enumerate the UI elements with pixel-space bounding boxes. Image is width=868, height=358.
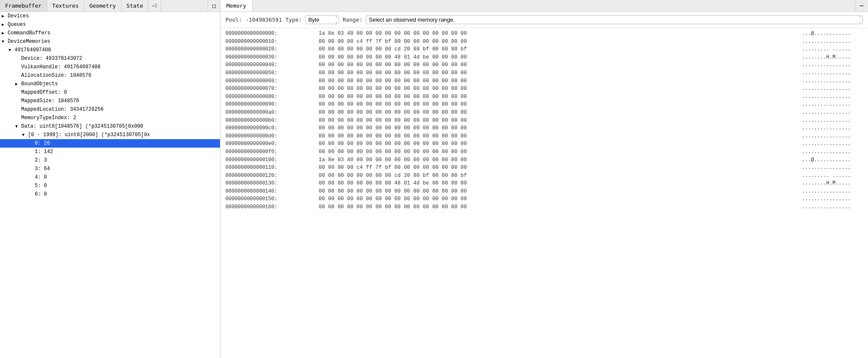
- hex-ascii: ................: [795, 77, 863, 85]
- tree-label-device: Device: 493378143072: [21, 55, 218, 62]
- tree-item-boundobjects[interactable]: ▶BoundObjects: [0, 80, 220, 88]
- tree-arrow-range0: ▼: [22, 132, 28, 138]
- hex-ascii: ................: [795, 61, 863, 69]
- tree-item-item6[interactable]: 6: 0: [0, 190, 220, 199]
- hex-ascii: ................: [795, 132, 863, 140]
- hex-row: 00000000000000d0:00 00 00 00 00 00 00 00…: [225, 132, 863, 140]
- tree-item-item1[interactable]: 1: 142: [0, 148, 220, 156]
- hex-address: 0000000000000060:: [225, 77, 319, 85]
- tree-label-item4: 4: 0: [35, 173, 218, 181]
- tree-container: ▶Devices▶Queues▶CommandBuffers▼DeviceMem…: [0, 12, 220, 358]
- tree-item-range0[interactable]: ▼[0 - 1999]: uint8[2000] (*p3245130705[0…: [0, 131, 220, 139]
- tree-label-devicememories: DeviceMemories: [8, 38, 218, 45]
- hex-ascii: ................: [795, 85, 863, 93]
- tree-label-memorytypeindex: MemoryTypeIndex: 2: [21, 114, 218, 122]
- tree-item-device[interactable]: Device: 493378143072: [0, 54, 220, 63]
- tree-item-mappedoffset[interactable]: MappedOffset: 0: [0, 88, 220, 97]
- tree-item-item0[interactable]: 0: 26: [0, 139, 220, 148]
- hex-ascii: ........H.M.....: [795, 53, 863, 62]
- tree-arrow-queues: ▶: [2, 22, 8, 28]
- hex-ascii: ................: [795, 140, 863, 148]
- hex-bytes: 00 00 00 00 00 00 00 00 00 00 00 00 00 0…: [319, 69, 795, 77]
- hex-bytes: 00 00 00 00 c4 ff 7f bf 00 00 00 00 00 0…: [319, 38, 795, 46]
- hex-address: 0000000000000020:: [225, 45, 319, 53]
- tree-item-item3[interactable]: 3: 64: [0, 165, 220, 173]
- type-label: Type:: [285, 17, 302, 23]
- tree-item-allocationsize[interactable]: AllocationSize: 1048576: [0, 71, 220, 80]
- tree-item-item4[interactable]: 4: 0: [0, 173, 220, 182]
- tree-item-commandbuffers[interactable]: ▶CommandBuffers: [0, 29, 220, 37]
- tree-item-vulkanhandle[interactable]: VulkanHandle: 491764097408: [0, 63, 220, 71]
- hex-address: 0000000000000110:: [225, 164, 319, 172]
- hex-ascii: ........H.M.....: [795, 179, 863, 187]
- tree-item-memorytypeindex[interactable]: MemoryTypeIndex: 2: [0, 114, 220, 122]
- hex-row: 0000000000000030:00 00 00 00 00 00 00 00…: [225, 53, 863, 62]
- hex-address: 0000000000000160:: [225, 203, 319, 211]
- hex-bytes: 00 00 00 00 00 00 00 00 00 00 00 00 00 0…: [319, 93, 795, 101]
- maximize-button[interactable]: □: [208, 0, 220, 11]
- hex-ascii: ................: [795, 117, 863, 125]
- tree-arrow-boundobjects: ▶: [15, 81, 21, 87]
- right-tab-bar: Memory −: [220, 0, 868, 12]
- tab-framebuffer[interactable]: Framebuffer: [0, 0, 47, 11]
- tree-label-data: Data: uint8[1048576] (*p3245130705[0x000: [21, 123, 218, 130]
- hex-ascii: ...@............: [795, 30, 863, 38]
- hex-ascii: ................: [795, 109, 863, 117]
- hex-row: 00000000000000b0:00 00 00 00 00 00 00 00…: [225, 117, 863, 125]
- tree-item-item2[interactable]: 2: 3: [0, 156, 220, 165]
- hex-address: 0000000000000000:: [225, 30, 319, 38]
- hex-row: 00000000000000a0:00 00 00 00 00 00 00 00…: [225, 109, 863, 117]
- tab-memory[interactable]: Memory: [220, 0, 253, 11]
- hex-row: 0000000000000110:00 00 00 00 c4 ff 7f bf…: [225, 164, 863, 172]
- tree-label-mappedlocation: MappedLocation: 34341728256: [21, 106, 218, 113]
- hex-bytes: 00 00 00 00 00 00 00 00 00 00 00 00 00 0…: [319, 187, 795, 196]
- tree-item-mappedlocation[interactable]: MappedLocation: 34341728256: [0, 105, 220, 114]
- tree-item-item5[interactable]: 5: 0: [0, 182, 220, 190]
- right-panel: Memory − Pool: -1049836591 Type: Byte Wo…: [220, 0, 868, 358]
- hex-bytes: 00 00 00 00 00 00 00 00 00 00 00 00 00 0…: [319, 101, 795, 109]
- tab-textures[interactable]: Textures: [47, 0, 84, 11]
- tree-label-boundobjects: BoundObjects: [21, 80, 218, 88]
- tree-label-queues: Queues: [8, 21, 218, 28]
- tree-arrow-data: ▼: [15, 123, 21, 130]
- minimize-button[interactable]: −: [855, 0, 868, 11]
- hex-ascii: ................: [795, 69, 863, 77]
- hex-row: 0000000000000100:1a 8e 03 40 00 00 00 00…: [225, 156, 863, 164]
- hex-row: 0000000000000020:00 00 00 00 00 00 00 00…: [225, 45, 863, 53]
- hex-row: 0000000000000130:00 00 00 00 00 00 00 00…: [225, 179, 863, 187]
- range-select-wrapper: Select an observed memory range.: [366, 15, 863, 24]
- tree-item-devices[interactable]: ▶Devices: [0, 12, 220, 20]
- hex-address: 0000000000000010:: [225, 38, 319, 46]
- hex-row: 0000000000000160:00 00 00 00 00 00 00 00…: [225, 203, 863, 211]
- hex-row: 0000000000000050:00 00 00 00 00 00 00 00…: [225, 69, 863, 77]
- hex-bytes: 00 00 00 00 00 00 00 00 00 00 00 00 00 0…: [319, 140, 795, 148]
- tree-item-queues[interactable]: ▶Queues: [0, 20, 220, 29]
- hex-address: 0000000000000040:: [225, 61, 319, 69]
- hex-row: 0000000000000070:00 00 00 00 00 00 00 00…: [225, 85, 863, 93]
- hex-row: 0000000000000040:00 00 00 00 00 00 00 00…: [225, 61, 863, 69]
- range-select[interactable]: Select an observed memory range.: [366, 15, 863, 24]
- tree-item-mem491764097408[interactable]: ▼491764097408: [0, 46, 220, 54]
- hex-ascii: ................: [795, 93, 863, 101]
- hex-row: 00000000000000e0:00 00 00 00 00 00 00 00…: [225, 140, 863, 148]
- hex-address: 0000000000000140:: [225, 187, 319, 196]
- hex-ascii: ................: [795, 203, 863, 211]
- hex-bytes: 00 00 00 00 00 00 00 00 00 00 00 00 00 0…: [319, 85, 795, 93]
- tab-geometry[interactable]: Geometry: [84, 0, 122, 11]
- hex-bytes: 00 00 00 00 00 00 00 00 00 00 00 00 00 0…: [319, 203, 795, 211]
- tree-label-item5: 5: 0: [35, 182, 218, 190]
- hex-bytes: 00 00 00 00 00 00 00 00 00 00 00 00 00 0…: [319, 109, 795, 117]
- hex-bytes: 00 00 00 00 00 00 00 00 48 01 4d be 00 0…: [319, 179, 795, 187]
- hex-ascii: ......... ......: [795, 45, 863, 53]
- hex-address: 0000000000000150:: [225, 195, 319, 203]
- tree-label-range0: [0 - 1999]: uint8[2000] (*p3245130705[0x: [28, 131, 218, 139]
- hex-address: 0000000000000090:: [225, 101, 319, 109]
- hex-address: 00000000000000a0:: [225, 109, 319, 117]
- tree-item-data[interactable]: ▼Data: uint8[1048576] (*p3245130705[0x00…: [0, 122, 220, 131]
- hex-ascii: ...@............: [795, 156, 863, 164]
- tree-item-mappedsize[interactable]: MappedSize: 1048576: [0, 97, 220, 105]
- type-select[interactable]: Byte Word DWord QWord: [305, 15, 339, 24]
- tab-overflow[interactable]: »2: [148, 0, 161, 11]
- tree-item-devicememories[interactable]: ▼DeviceMemories: [0, 37, 220, 46]
- tab-state[interactable]: State: [121, 0, 148, 11]
